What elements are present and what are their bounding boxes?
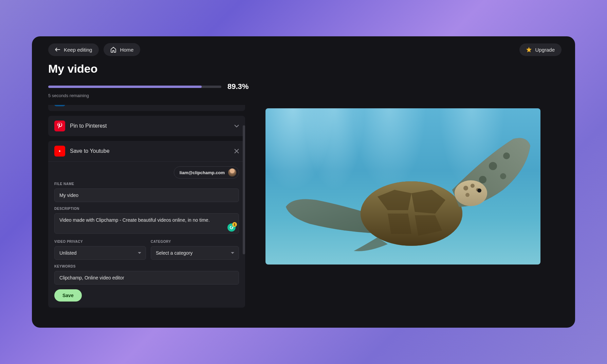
pinterest-card[interactable]: Pin to Pinterest: [48, 116, 245, 136]
destinations-column: Save to OneDrive Pin to Pinterest: [48, 105, 245, 321]
youtube-header[interactable]: Save to Youtube: [48, 141, 245, 161]
privacy-label: VIDEO PRIVACY: [54, 240, 146, 243]
arrow-left-icon: [55, 47, 60, 52]
progress-time-remaining: 5 seconds remaining: [48, 93, 562, 98]
chevron-down-icon: [234, 125, 239, 127]
pinterest-icon: [54, 121, 65, 131]
category-label: CATEGORY: [151, 240, 239, 243]
app-window: Keep editing Home Upgrade My video 89.3%…: [32, 36, 575, 328]
upgrade-label: Upgrade: [535, 47, 555, 53]
pinterest-title: Pin to Pinterest: [70, 123, 229, 129]
svg-point-8: [463, 186, 468, 190]
home-label: Home: [120, 47, 133, 53]
scrollbar[interactable]: [243, 125, 245, 254]
grammarly-badge-icon[interactable]: [227, 223, 236, 232]
upgrade-button[interactable]: Upgrade: [519, 43, 562, 56]
progress-section: 89.3%: [48, 82, 562, 91]
preview-column: [265, 105, 562, 321]
description-input[interactable]: [54, 213, 239, 234]
progress-fill: [48, 86, 202, 88]
privacy-select[interactable]: Unlisted: [54, 246, 146, 260]
svg-point-4: [479, 176, 486, 183]
file-name-input[interactable]: [54, 188, 239, 202]
keywords-input[interactable]: [54, 271, 239, 285]
main-area: Save to OneDrive Pin to Pinterest: [48, 105, 562, 321]
svg-point-11: [465, 193, 470, 197]
youtube-form: liam@clipchamp.com FILE NAME DESCRIPTION: [48, 161, 245, 308]
toolbar: Keep editing Home Upgrade: [48, 43, 562, 56]
keywords-label: KEYWORDS: [54, 265, 239, 268]
avatar: [228, 168, 236, 177]
account-email: liam@clipchamp.com: [180, 170, 225, 175]
svg-point-5: [500, 173, 506, 179]
onedrive-card[interactable]: Save to OneDrive: [48, 105, 245, 111]
close-icon[interactable]: [234, 149, 239, 153]
video-preview[interactable]: [265, 108, 540, 265]
youtube-card: Save to Youtube liam@clipchamp.com FILE …: [48, 141, 245, 308]
keep-editing-button[interactable]: Keep editing: [48, 43, 99, 56]
file-name-label: FILE NAME: [54, 182, 239, 186]
svg-point-9: [471, 184, 475, 188]
svg-point-7: [455, 180, 487, 206]
home-button[interactable]: Home: [104, 43, 140, 56]
description-label: DESCRIPTION: [54, 207, 239, 211]
youtube-icon: [54, 146, 65, 157]
youtube-title: Save to Youtube: [70, 148, 229, 154]
onedrive-icon: [54, 105, 65, 106]
progress-percentage: 89.3%: [227, 82, 249, 91]
progress-bar: [48, 86, 221, 88]
star-icon: [526, 47, 532, 52]
category-select[interactable]: Select a category: [151, 246, 239, 260]
home-icon: [110, 47, 116, 53]
turtle-image: [282, 129, 540, 258]
keep-editing-label: Keep editing: [64, 47, 92, 53]
page-title: My video: [48, 62, 562, 75]
svg-point-1: [361, 181, 462, 246]
account-selector[interactable]: liam@clipchamp.com: [174, 166, 239, 179]
svg-point-2: [489, 162, 497, 170]
svg-point-12: [477, 188, 481, 193]
svg-point-3: [503, 152, 510, 159]
save-button[interactable]: Save: [54, 289, 82, 302]
